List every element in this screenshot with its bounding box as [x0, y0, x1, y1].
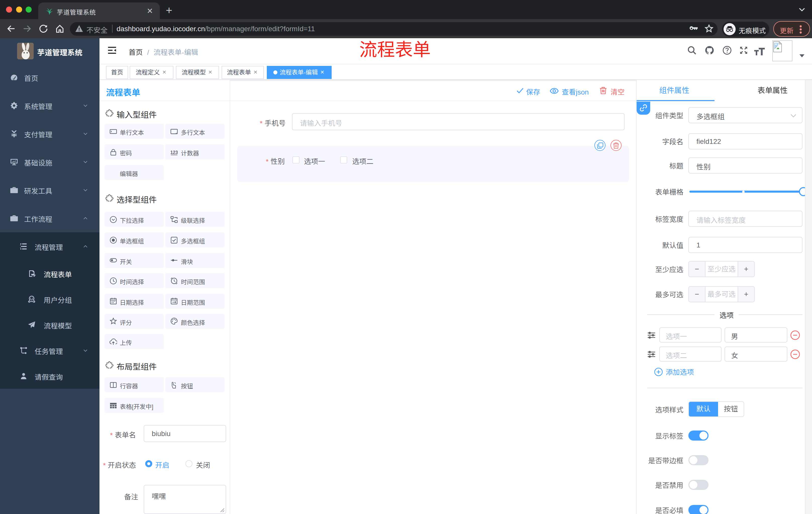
- svg-text:123: 123: [170, 150, 178, 155]
